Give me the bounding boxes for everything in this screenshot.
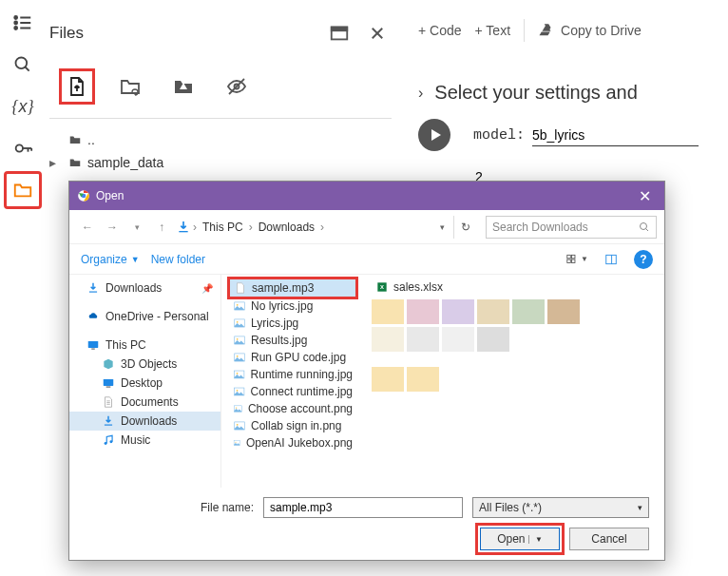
svg-rect-28 [88,341,99,348]
tree-label: sample_data [87,155,163,170]
new-window-icon[interactable] [325,19,354,48]
nav-forward-button[interactable]: → [102,217,123,238]
file-item[interactable]: X sales.xlsx [372,278,580,296]
hidden-files-icon[interactable] [219,68,255,105]
svg-rect-22 [567,255,571,259]
xlsx-icon: X [375,280,389,294]
svg-point-43 [237,373,239,374]
section-heading: Select your settings and [434,82,637,104]
svg-point-1 [14,22,17,25]
secrets-icon[interactable] [4,129,42,167]
cancel-button[interactable]: Cancel [569,528,649,550]
svg-point-32 [105,442,107,445]
file-item[interactable]: No lyrics.jpg [229,298,356,315]
sidebar-item[interactable]: Downloads [69,412,220,431]
refresh-folder-icon[interactable] [112,68,148,105]
variables-icon[interactable]: {x} [4,87,42,125]
svg-point-45 [237,390,239,392]
download-arrow-icon [176,220,191,235]
tree-label: .. [87,132,95,147]
file-item[interactable]: Choose account.png [229,400,356,417]
svg-point-39 [237,338,239,340]
svg-point-0 [14,16,17,19]
file-type-filter[interactable]: All Files (*.*)▾ [472,497,649,518]
param-label: model: [473,127,525,144]
file-item[interactable]: Lyrics.jpg [229,315,356,332]
file-item[interactable]: Connect runtime.jpg [229,383,356,400]
toolbar-separator [524,19,525,42]
svg-point-20 [641,222,647,229]
preview-pane-button[interactable] [600,249,623,270]
breadcrumb-segment[interactable]: This PC [199,219,247,236]
add-code-button[interactable]: + Code [418,23,462,38]
run-cell-button[interactable] [418,119,450,151]
close-icon[interactable] [363,19,392,48]
svg-rect-31 [106,387,111,388]
dialog-close-button[interactable]: ✕ [633,187,657,205]
svg-rect-29 [91,349,95,350]
add-text-button[interactable]: + Text [475,23,511,38]
param-input-model[interactable] [532,125,699,146]
dialog-title: Open [96,189,633,202]
list-icon[interactable] [4,4,42,42]
open-button[interactable]: Open ▼ [480,528,560,550]
help-button[interactable]: ? [634,250,653,269]
svg-point-33 [109,440,112,443]
svg-point-51 [235,442,236,443]
mount-drive-icon[interactable] [165,68,201,105]
view-mode-button[interactable]: ▼ [565,249,588,270]
svg-point-37 [237,321,239,323]
svg-rect-26 [606,255,617,263]
nav-back-button[interactable]: ← [77,217,98,238]
filename-label: File name: [201,501,254,514]
sidebar-item[interactable]: OneDrive - Personal [69,307,220,326]
sidebar-item[interactable]: Desktop [69,374,220,393]
file-item[interactable]: Run GPU code.jpg [229,349,356,366]
file-item[interactable]: sample.mp3 [229,278,356,298]
svg-line-21 [646,228,649,231]
svg-point-49 [237,424,239,426]
new-folder-button[interactable]: New folder [151,253,205,266]
breadcrumb-segment[interactable]: Downloads [255,219,318,236]
refresh-button[interactable]: ↻ [453,216,476,239]
svg-point-6 [16,58,28,69]
files-title: Files [49,24,316,43]
svg-rect-24 [567,259,571,263]
svg-point-47 [236,407,237,408]
file-item[interactable]: OpenAI Jukebox.png [229,434,356,451]
search-icon [639,221,650,233]
file-item[interactable]: Runtime running.jpg [229,366,356,383]
sidebar-item[interactable]: This PC [69,336,220,355]
file-open-dialog: Open ✕ ← → ▾ ↑ › This PC › Downloads › ▾… [68,181,665,561]
svg-line-7 [26,67,29,71]
folder-icon[interactable] [4,171,42,209]
svg-point-41 [237,355,239,357]
sidebar-item[interactable]: Downloads📌 [69,278,220,298]
svg-point-2 [14,27,17,29]
svg-point-35 [237,304,239,306]
filename-input[interactable] [263,497,463,518]
organize-button[interactable]: Organize ▼ [81,253,140,266]
file-item[interactable]: Collab sign in.png [229,417,356,434]
svg-point-8 [16,144,23,151]
sidebar-item[interactable]: Documents [69,393,220,412]
search-input[interactable]: Search Downloads [486,216,657,239]
nav-recent-dropdown[interactable]: ▾ [126,217,147,238]
section-chevron-icon[interactable]: › [418,85,423,102]
search-icon[interactable] [4,46,42,84]
svg-rect-23 [571,255,575,259]
chrome-icon [77,189,90,202]
copy-to-drive-button[interactable]: Copy to Drive [538,22,642,39]
upload-file-button[interactable] [59,68,95,105]
thumbnail-grid [372,299,580,352]
svg-rect-25 [571,259,575,263]
sidebar-item[interactable]: 3D Objects [69,355,220,374]
breadcrumb-dropdown[interactable]: ▾ [434,218,450,237]
svg-rect-30 [104,379,114,386]
chevron-right-icon[interactable]: ▸ [49,155,63,170]
tree-item-up[interactable]: .. [49,128,392,151]
file-item[interactable]: Results.jpg [229,332,356,349]
sidebar-item[interactable]: Music [69,431,220,450]
tree-item-folder[interactable]: ▸ sample_data [49,151,392,174]
nav-up-button[interactable]: ↑ [151,217,172,238]
